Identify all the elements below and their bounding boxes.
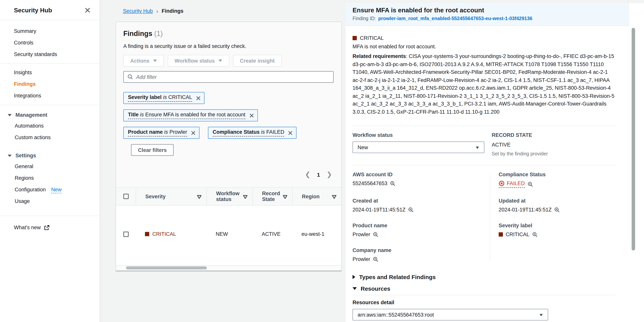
company-name-field: Company name Prowler [352,248,490,262]
column-header-region[interactable]: Region [292,188,341,205]
new-badge[interactable]: New [51,187,62,193]
sidebar-item-security-standards[interactable]: Security standards [0,49,100,60]
severity-critical-icon [352,36,357,40]
sidebar-item-insights[interactable]: Insights [0,67,100,78]
sidebar-item-integrations[interactable]: Integrations [0,90,100,102]
severity-critical-icon [499,232,503,236]
filter-icon[interactable] [197,195,202,199]
record-state-note: Set by the finding provider [492,151,616,156]
zoom-in-icon[interactable] [554,207,560,212]
severity-value: CRITICAL [152,231,176,237]
remove-filter-icon[interactable] [196,96,200,100]
compliance-status-value[interactable]: FAILED [499,180,525,188]
token-operator: is [163,94,167,100]
toolbar: Actions Workflow status Create insight [123,55,334,66]
sidebar-item-general[interactable]: General [0,161,100,172]
finding-detail-body: CRITICAL MFA is not enabled for root acc… [346,26,629,320]
close-icon[interactable] [85,7,90,13]
filter-token-text[interactable]: Product name is Prowler [128,129,187,136]
filter-icon[interactable] [282,195,288,199]
chevron-down-icon [218,60,222,62]
sidebar-item-findings[interactable]: Findings [0,78,100,90]
related-requirements: Related requirements: CISA your-systems-… [352,52,616,116]
zoom-in-icon[interactable] [390,181,396,186]
filter-token-severity: Severity label is CRITICAL [123,92,204,104]
zoom-in-icon[interactable] [532,232,538,237]
record-state-label: RECORD STATE [492,132,616,138]
zoom-in-icon[interactable] [528,182,533,187]
horizontal-scrollbar-thumb[interactable] [126,266,207,270]
field-value: 2024-01-19T11:45:51Z [352,207,406,212]
sidebar-item-summary[interactable]: Summary [0,26,100,37]
create-insight-button[interactable]: Create insight [233,55,282,66]
breadcrumb: Security Hub › Findings [123,8,184,14]
sidebar-item-configuration[interactable]: ConfigurationNew [0,184,100,196]
zoom-in-icon[interactable] [408,207,414,212]
sidebar-item-whats-new[interactable]: What's new [0,219,100,234]
compliance-status-field: Compliance Status FAILED [490,172,616,188]
breadcrumb-current: Findings [162,8,184,14]
filter-token-text[interactable]: Compliance Status is FAILED [212,129,284,136]
remove-filter-icon[interactable] [249,113,254,118]
finding-id-link[interactable]: prowler-iam_root_mfa_enabled-55245564765… [378,16,532,21]
chevron-down-icon [153,60,157,62]
workflow-status-select[interactable]: New ▼ [352,142,484,153]
workflow-status-button[interactable]: Workflow status [168,55,229,66]
actions-button[interactable]: Actions [123,55,164,66]
chevron-down-icon: ▼ [475,145,480,150]
findings-table: Severity Workflow status Record State Re… [116,187,341,270]
chevron-down-icon [8,154,12,157]
created-at-field: Created at 2024-01-19T11:45:51Z [352,198,490,212]
next-page-icon[interactable]: ❯ [327,170,332,178]
security-hub-page: Security Hub Summary Controls Security s… [0,0,644,322]
clear-filters-button[interactable]: Clear filters [131,144,174,156]
filter-input[interactable]: Add filter [123,71,334,83]
column-header-workflow-status[interactable]: Workflow status [206,188,252,205]
zoom-in-icon[interactable] [373,232,378,237]
finding-id-row: Finding ID: prowler-iam_root_mfa_enabled… [352,16,629,21]
column-header-record-state[interactable]: Record State [252,188,292,205]
section-label: Types and Related Findings [359,274,436,280]
findings-panel: Findings(1) A finding is a security issu… [116,22,342,271]
resources-detail-select[interactable]: arn:aws:iam::552455647653:root ▼ [352,309,548,320]
column-header-severity[interactable]: Severity [136,188,206,205]
sidebar-item-regions[interactable]: Regions [0,172,100,184]
divider [352,165,616,166]
vertical-scrollbar-thumb[interactable] [632,28,635,250]
sidebar-item-custom-actions[interactable]: Custom actions [0,132,100,144]
page-number[interactable]: 1 [317,172,320,178]
select-all-checkbox[interactable] [123,194,128,199]
field-value: Prowler [352,256,370,262]
chevron-right-icon [352,275,355,279]
remove-filter-icon[interactable] [288,130,293,135]
sidebar-header: Security Hub [0,0,100,20]
record-state-field: RECORD STATE ACTIVE Set by the finding p… [492,132,616,156]
horizontal-scrollbar [116,265,341,270]
sidebar-section-management[interactable]: Management [0,108,100,120]
token-operator: is [140,112,144,118]
row-checkbox[interactable] [123,231,128,237]
severity-critical-icon [145,232,149,236]
section-resources[interactable]: Resources [352,285,616,292]
column-label: Severity [145,194,166,199]
record-state-value: ACTIVE [492,142,616,148]
table-row[interactable]: CRITICAL NEW ACTIVE eu-west-1 [116,206,341,237]
filter-icon[interactable] [243,195,248,199]
previous-page-icon[interactable]: ❮ [305,170,310,178]
sidebar-item-usage[interactable]: Usage [0,196,100,207]
remove-filter-icon[interactable] [191,130,196,135]
sidebar-item-label: Configuration [15,187,46,192]
field-value: 552455647653 [352,180,387,186]
finding-detail-header: Ensure MFA is enabled for the root accou… [346,3,629,26]
filter-icon[interactable] [332,195,337,199]
filter-token-text[interactable]: Severity label is CRITICAL [128,94,192,102]
zoom-in-icon[interactable] [373,256,378,262]
sidebar-item-automations[interactable]: Automations [0,120,100,132]
token-operator: is [164,129,168,135]
sidebar-item-controls[interactable]: Controls [0,37,100,49]
filter-token-text[interactable]: Title is Ensure MFA is enabled for the r… [128,112,245,119]
resources-detail-label: Resources detail [352,300,616,306]
sidebar-section-settings[interactable]: Settings [0,149,100,161]
breadcrumb-link-security-hub[interactable]: Security Hub [123,8,153,14]
section-types-and-related-findings[interactable]: Types and Related Findings [352,274,616,280]
